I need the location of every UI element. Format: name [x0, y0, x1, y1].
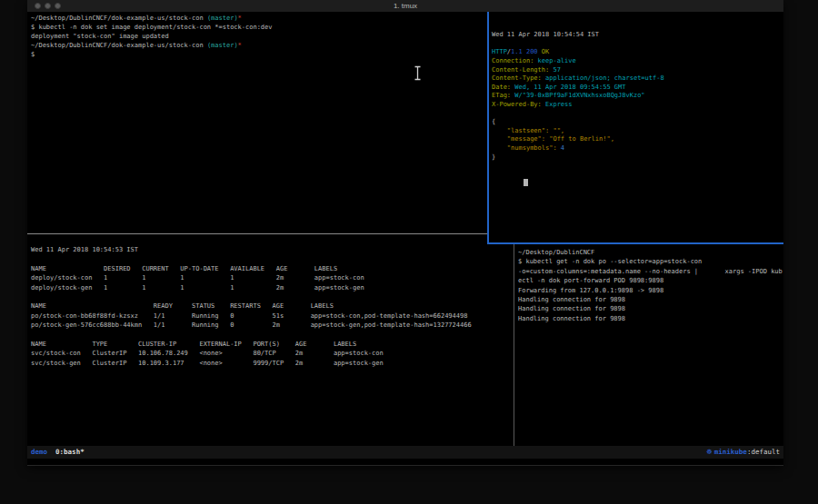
- terminal-line: $ kubectl -n dok set image deployment/st…: [31, 23, 487, 32]
- terminal-line: ~/Desktop/DublinCNCF/dok-example-us/stoc…: [31, 14, 487, 23]
- tmux-session-area: ~/Desktop/DublinCNCF/dok-example-us/stoc…: [27, 12, 783, 446]
- desktop-background: 1. tmux ~/Desktop/DublinCNCF/dok-example…: [0, 0, 818, 504]
- pane-border-horizontal-left[interactable]: [27, 233, 487, 234]
- terminal-line: [31, 331, 514, 340]
- terminal-line: "numsymbols": 4: [492, 144, 783, 153]
- terminal-line: ETag: W/"39-0xBPf9aF1dXVNxhsxoBQgJ8vKzo": [492, 92, 783, 101]
- terminal-line: $: [31, 50, 487, 59]
- close-button[interactable]: [35, 3, 41, 9]
- terminal-line: -o=custom-columns=:metadata.name --no-he…: [518, 267, 783, 276]
- tmux-session-name: demo: [31, 446, 47, 459]
- terminal-window: 1. tmux ~/Desktop/DublinCNCF/dok-example…: [27, 0, 783, 466]
- pane-port-forward-log[interactable]: ~/Desktop/DublinCNCF$ kubectl get -n dok…: [515, 245, 783, 446]
- terminal-line: [492, 110, 783, 119]
- terminal-line: deploy/stock-con 1 1 1 1 2m app=stock-co…: [31, 273, 514, 282]
- terminal-line: svc/stock-con ClusterIP 10.106.78.249 <n…: [31, 349, 514, 358]
- terminal-line: {: [492, 118, 783, 127]
- pane-kubectl-get-tables[interactable]: Wed 11 Apr 2018 10:54:53 IST NAME DESIRE…: [27, 234, 514, 446]
- terminal-line: Wed 11 Apr 2018 10:54:54 IST: [492, 31, 783, 40]
- terminal-line: Handling connection for 9898: [518, 314, 783, 323]
- terminal-line: NAME DESIRED CURRENT UP-TO-DATE AVAILABL…: [31, 264, 514, 273]
- terminal-line: po/stock-con-bb68f88fd-kzsxz 1/1 Running…: [31, 311, 514, 321]
- terminal-line: [31, 292, 514, 301]
- zoom-button[interactable]: [55, 3, 61, 9]
- terminal-line: NAME TYPE CLUSTER-IP EXTERNAL-IP PORT(S)…: [31, 340, 514, 349]
- terminal-line: NAME READY STATUS RESTARTS AGE LABELS: [31, 301, 514, 311]
- terminal-line: Forwarding from 127.0.0.1:9898 -> 9898: [518, 286, 783, 295]
- terminal-line: deploy/stock-gen 1 1 1 1 2m app=stock-ge…: [31, 283, 514, 292]
- terminal-line: HTTP/1.1 200 OK: [492, 48, 783, 57]
- terminal-line: }: [492, 153, 783, 163]
- terminal-line: Connection: keep-alive: [492, 57, 783, 66]
- terminal-line: Handling connection for 9898: [518, 304, 783, 313]
- tmux-status-right: ☸ minikube :default: [706, 446, 780, 459]
- http-response-lines: Wed 11 Apr 2018 10:54:54 IST HTTP/1.1 20…: [492, 31, 783, 171]
- window-titlebar[interactable]: 1. tmux: [27, 0, 783, 13]
- terminal-line: Content-Length: 57: [492, 66, 783, 75]
- terminal-line: Content-Type: application/json; charset=…: [492, 74, 783, 84]
- terminal-line: po/stock-gen-576cc688bb-44kmn 1/1 Runnin…: [31, 321, 514, 330]
- terminal-line: ectl -n dok port-forward POD 9898:9898: [518, 276, 783, 285]
- minimize-button[interactable]: [45, 3, 51, 9]
- pane-border-vertical-bottom[interactable]: [514, 244, 514, 446]
- terminal-line: [31, 254, 514, 263]
- active-pane-border-horizontal[interactable]: [487, 242, 783, 244]
- pane-http-response[interactable]: Wed 11 Apr 2018 10:54:54 IST HTTP/1.1 20…: [489, 12, 783, 242]
- tmux-window-tab-bash[interactable]: 0:bash*: [55, 446, 85, 459]
- terminal-line: svc/stock-gen ClusterIP 10.109.3.177 <no…: [31, 359, 514, 368]
- terminal-line: X-Powered-By: Express: [492, 101, 783, 110]
- terminal-line: ~/Desktop/DublinCNCF: [518, 248, 783, 257]
- terminal-line: Handling connection for 9898: [518, 295, 783, 304]
- kube-namespace-label: :default: [747, 446, 780, 459]
- mouse-ibeam-cursor: [414, 65, 422, 81]
- terminal-line: Date: Wed, 11 Apr 2018 09:54:55 GMT: [492, 84, 783, 93]
- active-pane-border-vertical[interactable]: [487, 12, 489, 244]
- terminal-line: "lastseen": "",: [492, 127, 783, 136]
- terminal-line: [492, 162, 783, 171]
- terminal-line: deployment "stock-con" image updated: [31, 32, 487, 41]
- terminal-line: Wed 11 Apr 2018 10:54:53 IST: [31, 245, 514, 254]
- terminal-block-cursor: [524, 179, 528, 186]
- terminal-line: ~/Desktop/DublinCNCF/dok-example-us/stoc…: [31, 41, 487, 50]
- tmux-status-bar: demo 0:bash* ☸ minikube :default: [27, 446, 783, 459]
- kubernetes-helm-icon: ☸: [706, 446, 713, 459]
- kube-context-label: minikube: [714, 446, 747, 459]
- traffic-lights: [35, 3, 61, 9]
- pane-shell-kubectl-set-image[interactable]: ~/Desktop/DublinCNCF/dok-example-us/stoc…: [27, 12, 487, 233]
- terminal-line: $ kubectl get -n dok po --selector=app=s…: [518, 257, 783, 266]
- terminal-line: [492, 40, 783, 49]
- window-title: 1. tmux: [27, 0, 783, 12]
- terminal-line: "message": "Off to Berlin!",: [492, 135, 783, 144]
